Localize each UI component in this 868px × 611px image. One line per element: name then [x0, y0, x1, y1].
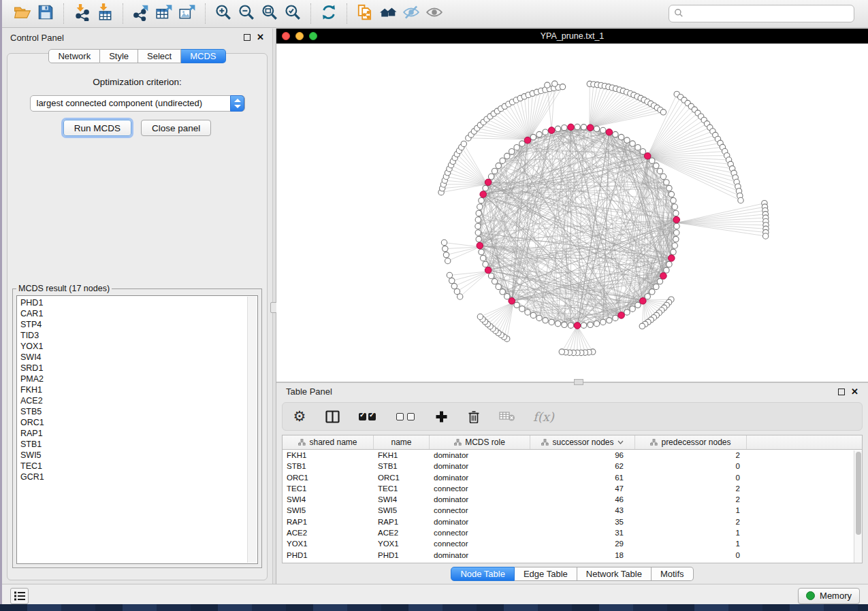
network-node[interactable]	[500, 158, 505, 163]
network-titlebar[interactable]: YPA_prune.txt_1	[276, 29, 868, 44]
network-node[interactable]	[673, 210, 679, 216]
network-node[interactable]	[654, 284, 659, 289]
add-column-icon[interactable]	[434, 410, 449, 423]
network-node[interactable]	[657, 278, 662, 284]
network-node[interactable]	[630, 141, 635, 146]
horizontal-splitter-grip[interactable]	[574, 379, 583, 385]
table-row[interactable]: SWI5SWI5connector431	[283, 506, 854, 516]
network-node[interactable]	[476, 210, 481, 216]
tab-select[interactable]: Select	[138, 49, 181, 63]
network-node[interactable]	[560, 84, 565, 89]
network-hub-node[interactable]	[606, 129, 613, 135]
mcds-list-scrollbar[interactable]	[247, 297, 257, 563]
network-node[interactable]	[549, 319, 554, 325]
mcds-result-item[interactable]: PHD1	[20, 297, 257, 308]
network-hub-node[interactable]	[669, 255, 675, 262]
table-row[interactable]: STB1STB1dominator620	[283, 461, 854, 472]
table-row[interactable]: YOX1YOX1connector291	[283, 539, 854, 550]
column-header-predecessor-nodes[interactable]: predecessor nodes	[635, 435, 747, 449]
network-node[interactable]	[624, 310, 630, 315]
network-node[interactable]	[483, 185, 488, 191]
network-graph[interactable]	[276, 44, 868, 382]
network-node[interactable]	[613, 131, 618, 137]
network-node[interactable]	[635, 302, 641, 308]
network-node[interactable]	[514, 302, 519, 308]
network-node[interactable]	[479, 198, 484, 203]
mcds-result-item[interactable]: YOX1	[20, 341, 257, 352]
function-builder-icon[interactable]: f(x)	[533, 410, 554, 424]
mcds-result-item[interactable]: STP4	[20, 319, 257, 330]
network-node[interactable]	[664, 267, 669, 273]
table-scrollbar-thumb[interactable]	[856, 452, 861, 535]
tab-node-table[interactable]: Node Table	[451, 567, 515, 581]
network-node[interactable]	[519, 306, 525, 312]
column-header-name[interactable]: name	[374, 435, 430, 449]
network-node[interactable]	[660, 110, 666, 115]
mcds-result-item[interactable]: FKH1	[20, 384, 257, 395]
network-node[interactable]	[618, 134, 624, 139]
float-panel-icon[interactable]	[244, 34, 251, 41]
network-node[interactable]	[660, 174, 666, 179]
network-node[interactable]	[607, 318, 612, 323]
mcds-result-item[interactable]: SRD1	[20, 363, 257, 374]
network-hub-node[interactable]	[640, 298, 647, 305]
mcds-result-item[interactable]: TID3	[20, 330, 257, 341]
import-network-button[interactable]	[70, 3, 93, 24]
network-node[interactable]	[481, 255, 486, 261]
network-node[interactable]	[581, 323, 586, 328]
network-hub-node[interactable]	[509, 298, 515, 305]
network-node[interactable]	[500, 289, 505, 295]
network-node[interactable]	[640, 149, 645, 154]
network-node[interactable]	[492, 278, 497, 284]
network-node[interactable]	[496, 284, 501, 289]
network-node[interactable]	[519, 141, 525, 146]
table-scrollbar[interactable]	[854, 450, 862, 563]
network-node[interactable]	[562, 322, 567, 327]
open-file-button[interactable]	[11, 3, 34, 24]
network-node[interactable]	[488, 174, 494, 179]
network-node[interactable]	[543, 129, 548, 135]
network-node[interactable]	[762, 233, 768, 239]
network-node[interactable]	[635, 145, 641, 150]
network-node[interactable]	[536, 315, 542, 320]
table-row[interactable]: TEC1TEC1connector472	[283, 484, 854, 495]
network-node[interactable]	[509, 149, 515, 154]
gear-icon[interactable]: ⚙	[292, 410, 307, 423]
mcds-result-item[interactable]: STB5	[20, 406, 257, 417]
network-node[interactable]	[475, 230, 481, 235]
mcds-result-item[interactable]: PMA2	[20, 374, 257, 384]
network-node[interactable]	[649, 158, 655, 163]
network-hub-node[interactable]	[524, 137, 531, 144]
network-node[interactable]	[588, 322, 593, 327]
mcds-result-item[interactable]: CAR1	[20, 308, 257, 319]
network-node[interactable]	[559, 349, 564, 354]
network-node[interactable]	[669, 191, 674, 197]
column-header-shared-name[interactable]: shared name	[283, 435, 374, 449]
mcds-result-item[interactable]: SWI5	[20, 450, 257, 461]
network-node[interactable]	[674, 223, 679, 229]
network-node[interactable]	[738, 197, 743, 203]
network-node[interactable]	[530, 312, 536, 318]
network-node[interactable]	[666, 185, 672, 191]
network-node[interactable]	[673, 236, 679, 242]
network-node[interactable]	[594, 321, 599, 327]
close-table-panel-icon[interactable]: ✕	[851, 389, 858, 395]
tab-network[interactable]: Network	[48, 49, 100, 63]
network-node[interactable]	[461, 141, 466, 146]
network-hub-node[interactable]	[574, 323, 581, 329]
network-node[interactable]	[479, 249, 484, 254]
network-node[interactable]	[496, 163, 501, 168]
network-hub-node[interactable]	[587, 125, 594, 131]
network-node[interactable]	[477, 204, 483, 210]
network-node[interactable]	[575, 124, 580, 129]
network-node[interactable]	[671, 198, 676, 203]
network-node[interactable]	[449, 278, 455, 283]
table-row[interactable]: SWI4SWI4dominator462	[283, 495, 854, 506]
network-node[interactable]	[475, 217, 481, 222]
tab-mcds[interactable]: MCDS	[181, 49, 225, 63]
hide-selected-button[interactable]	[400, 3, 423, 24]
delete-column-icon[interactable]	[466, 410, 481, 423]
network-node[interactable]	[639, 323, 645, 329]
network-node[interactable]	[445, 258, 451, 263]
network-node[interactable]	[666, 261, 672, 267]
